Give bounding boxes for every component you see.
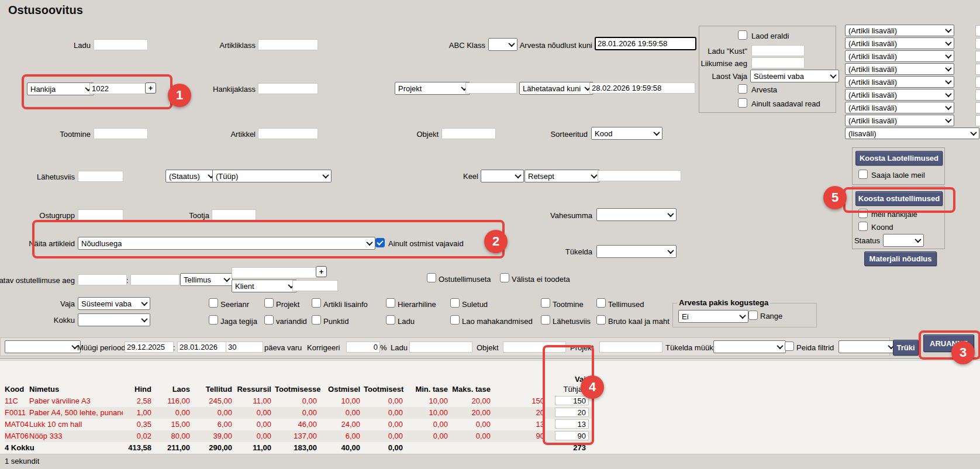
klient-input[interactable] [292, 280, 338, 291]
extra-field-input[interactable] [975, 102, 980, 113]
kokku-select[interactable] [78, 313, 150, 326]
toolbar-select[interactable] [5, 340, 81, 353]
klient-select[interactable]: Klient [232, 280, 297, 292]
hankija-add-button[interactable]: + [145, 82, 156, 94]
keel-select[interactable] [481, 170, 524, 182]
arvesta-pakis-select[interactable]: Ei [678, 310, 748, 323]
tootja-input[interactable] [212, 209, 256, 220]
materjali-noudlus-button[interactable]: Materjali nõudlus [864, 251, 937, 266]
peida-filtrid-checkbox[interactable] [785, 342, 794, 351]
tootmisesse-header[interactable]: Tootmisesse [275, 384, 320, 394]
koosta-ostutellimused-button[interactable]: Koosta ostutellimused [855, 191, 943, 206]
period-start-input[interactable]: 29.12.2025 [125, 342, 174, 353]
koosta-laotellimused-button[interactable]: Koosta Laotellimused [855, 151, 943, 165]
tootmine-checkbox[interactable] [541, 298, 550, 308]
punktid-checkbox[interactable] [312, 315, 321, 325]
bruto-kaal-checkbox[interactable] [596, 315, 606, 325]
extra-field-input[interactable] [975, 25, 980, 36]
extra-field-select[interactable]: (Artikli lisaväli) [845, 76, 954, 88]
ladu-input[interactable] [94, 39, 148, 50]
ostutellimuseta-checkbox[interactable] [427, 273, 436, 282]
maks-tase-header[interactable]: Maks. tase [451, 384, 494, 394]
hankijaklass-input[interactable] [258, 83, 318, 94]
extra-field-select[interactable]: (Artikli lisaväli) [845, 89, 954, 101]
projekt-checkbox[interactable] [264, 298, 274, 308]
peida-filtrid-select[interactable] [838, 340, 897, 353]
extra-field-input[interactable] [975, 77, 980, 88]
lahetusviis-checkbox[interactable] [541, 315, 550, 325]
extra-field-input[interactable] [975, 64, 980, 75]
extra-field-input[interactable] [975, 89, 980, 101]
ressursil-header[interactable]: Ressursil [236, 384, 275, 394]
lahetatavad-kuni-select[interactable]: Lähetatavad kuni [519, 82, 593, 95]
row-nimetus[interactable]: Paber värviline A3 [29, 395, 123, 407]
meil-hankijale-checkbox[interactable] [858, 209, 868, 218]
laost-vaja-select[interactable]: Süsteemi vaba [750, 70, 839, 82]
eeldatav-start-input[interactable] [78, 274, 127, 285]
vaja-cell-input[interactable]: 20 [555, 408, 589, 417]
row-nimetus[interactable]: Nööp 333 [29, 430, 123, 442]
ladu-kust-input[interactable] [751, 45, 805, 56]
klient-add-button[interactable]: + [316, 266, 327, 277]
extra-field-select[interactable]: (Artikli lisaväli) [845, 63, 954, 75]
tukelda-select[interactable] [596, 245, 677, 258]
extra-field-select[interactable]: (Artikli lisaväli) [845, 102, 954, 113]
extra-field-input[interactable] [975, 38, 980, 49]
tootmisest-header[interactable]: Tootmisest [364, 384, 406, 394]
seerianr-checkbox[interactable] [209, 298, 218, 308]
vaja-cell-input[interactable]: 150 [555, 396, 589, 405]
koond-checkbox[interactable] [858, 222, 868, 231]
lahetusviis-input[interactable] [78, 171, 123, 182]
klient-top-input[interactable] [232, 267, 317, 278]
hankija-type-select[interactable]: Hankija [27, 82, 94, 95]
period-end-input[interactable]: 28.01.2026 [177, 342, 226, 353]
tellimused-checkbox[interactable] [596, 298, 606, 308]
saaja-laole-meil-checkbox[interactable] [858, 170, 868, 179]
projekt-type-select[interactable]: Projekt [395, 82, 470, 95]
tellimus-select[interactable]: Tellimus [180, 273, 233, 286]
lahetatavad-kuni-input[interactable]: 28.02.2026 19:59:58 [589, 82, 695, 94]
paeva-varu-input[interactable]: 30 [226, 342, 263, 353]
hind-header[interactable]: Hind [123, 384, 155, 394]
arvesta-noudlust-kuni-input[interactable]: 28.01.2026 19:59:58 [595, 37, 696, 50]
korrigeeri-input[interactable]: 0 [346, 342, 380, 353]
range-checkbox[interactable] [748, 311, 758, 320]
projekt-input[interactable] [465, 82, 517, 94]
row-nimetus[interactable]: Lukk 10 cm hall [29, 419, 123, 430]
tootmine-input[interactable] [94, 128, 148, 139]
ainult-saadaval-checkbox[interactable] [738, 98, 747, 108]
toolbar-projekt-input[interactable] [599, 342, 662, 353]
row-kood[interactable]: MAT06 [5, 430, 29, 442]
vahesumma-select[interactable] [596, 208, 677, 221]
vaja-select[interactable]: Süsteemi vaba [78, 297, 150, 310]
retsept-input[interactable] [598, 170, 681, 181]
suletud-checkbox[interactable] [450, 298, 460, 308]
kood-header[interactable]: Kood [5, 384, 29, 394]
vaja-cell-input[interactable]: 90 [555, 431, 589, 440]
staatus-action-select[interactable] [883, 234, 924, 247]
ainult-ostmist-checkbox[interactable] [375, 238, 385, 247]
row-nimetus[interactable]: Paber A4, 500 lehte, punane [29, 407, 123, 419]
lisavali-select[interactable]: (lisaväli) [845, 127, 979, 139]
row-kood[interactable]: 11C [5, 395, 29, 407]
liikumise-aeg-input[interactable] [751, 57, 805, 68]
artikli-lisainfo-checkbox[interactable] [312, 298, 321, 308]
extra-field-select[interactable]: (Artikli lisaväli) [845, 25, 954, 36]
valista-checkbox[interactable] [500, 273, 509, 282]
extra-field-select[interactable]: (Artikli lisaväli) [845, 50, 954, 62]
tuup-select[interactable]: (Tüüp) [212, 170, 332, 182]
arvesta-checkbox[interactable] [738, 84, 747, 94]
row-kood[interactable]: MAT04 [5, 419, 29, 430]
laod-eraldi-checkbox[interactable] [738, 30, 747, 40]
extra-field-select[interactable]: (Artikli lisaväli) [845, 37, 954, 49]
vaja-cell-input[interactable]: 13 [555, 419, 589, 429]
ostugrupp-input[interactable] [78, 209, 123, 220]
ladu-checkbox[interactable] [386, 315, 395, 325]
toolbar-objekt-input[interactable] [503, 342, 566, 353]
sorteeritud-select[interactable]: Kood [591, 127, 662, 140]
tukelda-muuk-select[interactable] [713, 340, 786, 353]
laos-header[interactable]: Laos [155, 384, 194, 394]
ostmisel-header[interactable]: Ostmisel [320, 384, 364, 394]
retsept-select[interactable]: Retsept [524, 170, 600, 182]
lao-mahakandmised-checkbox[interactable] [450, 315, 460, 325]
